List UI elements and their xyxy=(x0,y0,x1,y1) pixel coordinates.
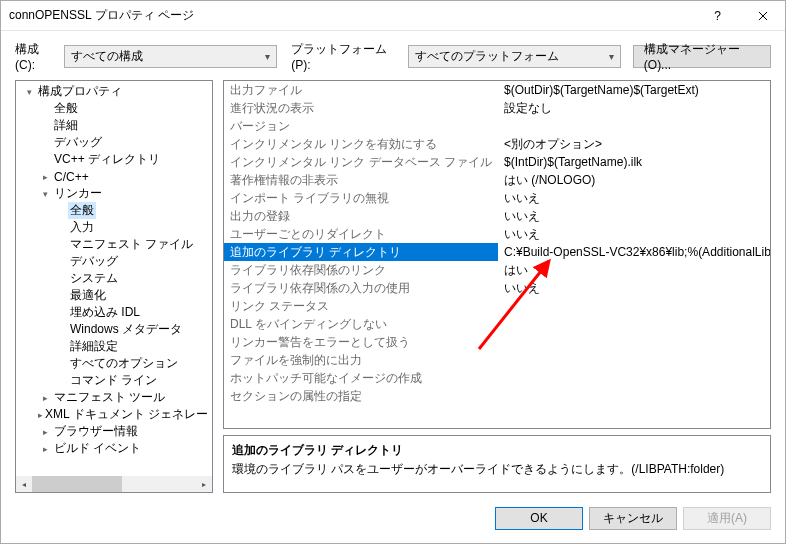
property-value[interactable]: いいえ xyxy=(498,225,771,243)
tree-toggle-icon[interactable]: ▾ xyxy=(38,189,52,199)
property-value[interactable]: <別のオプション> xyxy=(498,135,771,153)
property-value[interactable]: 設定なし xyxy=(498,99,771,117)
property-value[interactable]: いいえ xyxy=(498,189,771,207)
property-name: 進行状況の表示 xyxy=(224,99,498,117)
tree-item[interactable]: 詳細設定 xyxy=(16,338,212,355)
property-value[interactable] xyxy=(498,315,771,333)
tree-toggle-icon[interactable]: ▸ xyxy=(38,427,52,437)
ok-button[interactable]: OK xyxy=(495,507,583,530)
property-row[interactable]: リンカー警告をエラーとして扱う xyxy=(224,333,771,351)
property-value[interactable] xyxy=(498,387,771,405)
tree-item[interactable]: ▾構成プロパティ xyxy=(16,83,212,100)
cancel-button[interactable]: キャンセル xyxy=(589,507,677,530)
right-pane: 出力ファイル$(OutDir)$(TargetName)$(TargetExt)… xyxy=(223,80,771,493)
property-row[interactable]: インクリメンタル リンク データベース ファイル$(IntDir)$(Targe… xyxy=(224,153,771,171)
tree-item[interactable]: VC++ ディレクトリ xyxy=(16,151,212,168)
tree-item[interactable]: 全般 xyxy=(16,202,212,219)
scroll-right-button[interactable]: ▸ xyxy=(196,476,212,492)
tree-item-label: 埋め込み IDL xyxy=(68,304,142,321)
tree-item-label: 最適化 xyxy=(68,287,108,304)
config-combo[interactable]: すべての構成 ▾ xyxy=(64,45,277,68)
property-name: リンク ステータス xyxy=(224,297,498,315)
chevron-down-icon: ▾ xyxy=(265,51,270,62)
tree-toggle-icon[interactable]: ▸ xyxy=(38,444,52,454)
tree-item-label: ブラウザー情報 xyxy=(52,423,140,440)
property-name: インクリメンタル リンクを有効にする xyxy=(224,135,498,153)
tree-item[interactable]: ▸C/C++ xyxy=(16,168,212,185)
property-row[interactable]: セクションの属性の指定 xyxy=(224,387,771,405)
property-row[interactable]: ファイルを強制的に出力 xyxy=(224,351,771,369)
property-row[interactable]: 進行状況の表示設定なし xyxy=(224,99,771,117)
scroll-thumb[interactable] xyxy=(32,476,122,492)
tree-toggle-icon[interactable]: ▸ xyxy=(38,393,52,403)
tree-item[interactable]: ▾リンカー xyxy=(16,185,212,202)
property-row[interactable]: 追加のライブラリ ディレクトリC:¥Build-OpenSSL-VC32¥x86… xyxy=(224,243,771,261)
tree-item-label: コマンド ライン xyxy=(68,372,159,389)
property-value[interactable] xyxy=(498,297,771,315)
tree-view[interactable]: ▾構成プロパティ全般詳細デバッグVC++ ディレクトリ▸C/C++▾リンカー全般… xyxy=(15,80,213,493)
property-value[interactable]: $(OutDir)$(TargetName)$(TargetExt) xyxy=(498,81,771,99)
tree-toggle-icon[interactable]: ▸ xyxy=(38,172,52,182)
property-row[interactable]: インポート ライブラリの無視いいえ xyxy=(224,189,771,207)
tree-scrollbar-h[interactable]: ◂ ▸ xyxy=(16,476,212,492)
property-row[interactable]: インクリメンタル リンクを有効にする<別のオプション> xyxy=(224,135,771,153)
scroll-track[interactable] xyxy=(32,476,196,492)
platform-combo[interactable]: すべてのプラットフォーム ▾ xyxy=(408,45,621,68)
property-value[interactable] xyxy=(498,333,771,351)
tree-item[interactable]: ▸XML ドキュメント ジェネレー xyxy=(16,406,212,423)
tree-item[interactable]: Windows メタデータ xyxy=(16,321,212,338)
property-row[interactable]: ユーザーごとのリダイレクトいいえ xyxy=(224,225,771,243)
property-row[interactable]: 著作権情報の非表示はい (/NOLOGO) xyxy=(224,171,771,189)
property-row[interactable]: 出力ファイル$(OutDir)$(TargetName)$(TargetExt) xyxy=(224,81,771,99)
platform-value: すべてのプラットフォーム xyxy=(415,48,559,65)
tree-item-label: デバッグ xyxy=(68,253,120,270)
tree-item[interactable]: コマンド ライン xyxy=(16,372,212,389)
tree-item[interactable]: 埋め込み IDL xyxy=(16,304,212,321)
property-value[interactable] xyxy=(498,351,771,369)
tree-item-label: マニフェスト ツール xyxy=(52,389,167,406)
tree-item[interactable]: 入力 xyxy=(16,219,212,236)
property-row[interactable]: ホットパッチ可能なイメージの作成 xyxy=(224,369,771,387)
help-button[interactable]: ? xyxy=(695,1,740,31)
config-manager-button[interactable]: 構成マネージャー(O)... xyxy=(633,45,771,68)
tree-item-label: VC++ ディレクトリ xyxy=(52,151,162,168)
property-grid[interactable]: 出力ファイル$(OutDir)$(TargetName)$(TargetExt)… xyxy=(223,80,771,429)
property-name: DLL をバインディングしない xyxy=(224,315,498,333)
property-row[interactable]: 出力の登録いいえ xyxy=(224,207,771,225)
property-value[interactable]: $(IntDir)$(TargetName).ilk xyxy=(498,153,771,171)
tree-item[interactable]: 最適化 xyxy=(16,287,212,304)
tree-item[interactable]: 詳細 xyxy=(16,117,212,134)
property-name: リンカー警告をエラーとして扱う xyxy=(224,333,498,351)
property-value[interactable]: はい xyxy=(498,261,771,279)
tree-item[interactable]: デバッグ xyxy=(16,253,212,270)
tree-item-label: システム xyxy=(68,270,120,287)
description-title: 追加のライブラリ ディレクトリ xyxy=(232,442,762,459)
property-row[interactable]: リンク ステータス xyxy=(224,297,771,315)
tree-item[interactable]: ▸ビルド イベント xyxy=(16,440,212,457)
property-row[interactable]: DLL をバインディングしない xyxy=(224,315,771,333)
property-value[interactable]: いいえ xyxy=(498,279,771,297)
property-value[interactable]: いいえ xyxy=(498,207,771,225)
close-button[interactable] xyxy=(740,1,785,31)
property-row[interactable]: ライブラリ依存関係のリンクはい xyxy=(224,261,771,279)
property-row[interactable]: バージョン xyxy=(224,117,771,135)
property-value[interactable]: はい (/NOLOGO) xyxy=(498,171,771,189)
property-name: 追加のライブラリ ディレクトリ xyxy=(224,243,498,261)
property-value[interactable] xyxy=(498,117,771,135)
tree-item[interactable]: マニフェスト ファイル xyxy=(16,236,212,253)
tree-item[interactable]: すべてのオプション xyxy=(16,355,212,372)
property-row[interactable]: ライブラリ依存関係の入力の使用いいえ xyxy=(224,279,771,297)
titlebar: connOPENSSL プロパティ ページ ? xyxy=(1,1,785,31)
tree-item[interactable]: システム xyxy=(16,270,212,287)
tree-item-label: 全般 xyxy=(68,202,96,219)
property-value[interactable]: C:¥Build-OpenSSL-VC32¥x86¥lib;%(Addition… xyxy=(498,243,771,261)
property-name: ライブラリ依存関係のリンク xyxy=(224,261,498,279)
property-value[interactable] xyxy=(498,369,771,387)
apply-button[interactable]: 適用(A) xyxy=(683,507,771,530)
tree-item[interactable]: ▸ブラウザー情報 xyxy=(16,423,212,440)
scroll-left-button[interactable]: ◂ xyxy=(16,476,32,492)
tree-toggle-icon[interactable]: ▾ xyxy=(22,87,36,97)
tree-item[interactable]: 全般 xyxy=(16,100,212,117)
tree-item[interactable]: デバッグ xyxy=(16,134,212,151)
tree-item[interactable]: ▸マニフェスト ツール xyxy=(16,389,212,406)
